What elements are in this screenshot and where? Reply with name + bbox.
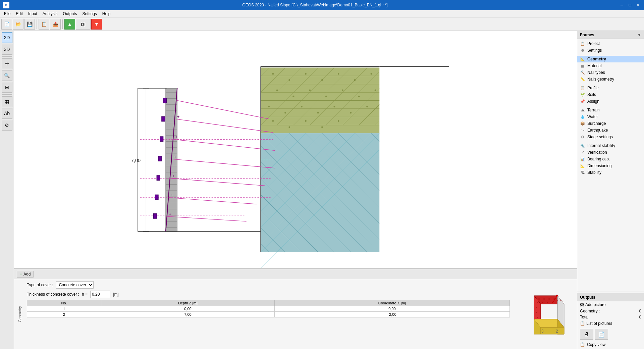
app-icon: G [3, 2, 9, 8]
toolbar: 📄 📂 💾 📋 📤 ▲ [1] ▼ [0, 17, 644, 31]
frame-item-water[interactable]: 💧Water [577, 113, 644, 120]
frame-label-water: Water [587, 114, 598, 119]
frame-item-material[interactable]: ▦Material [577, 62, 644, 69]
outputs-header: Outputs [577, 293, 644, 301]
bottom-toolbar: + Add [14, 269, 577, 279]
zoom-tool-button[interactable]: 🔍 [2, 70, 12, 81]
frame-icon-water: 💧 [580, 115, 585, 119]
h-value-input[interactable] [90, 291, 110, 298]
pdf-button[interactable]: 📄 [595, 329, 608, 340]
frame-item-terrain[interactable]: ⛰Terrain [577, 107, 644, 113]
minimize-button[interactable]: ─ [619, 2, 625, 8]
toolbar-separator-1 [37, 19, 37, 29]
menu-outputs[interactable]: Outputs [60, 11, 79, 17]
list-of-pictures-row: 📋 List of pictures [577, 320, 644, 327]
text-tool-button[interactable]: Āb [2, 108, 12, 119]
type-of-cover-label: Type of cover : [27, 283, 53, 287]
print-button[interactable]: 🖨 [580, 329, 593, 340]
stage-up-button[interactable]: ▲ [64, 19, 75, 30]
menu-analysis[interactable]: Analysis [40, 11, 60, 17]
thickness-label: Thickness of concrete cover : [27, 292, 79, 297]
copy-button[interactable]: 📋 [39, 19, 49, 30]
frame-item-verification[interactable]: ✓Verification [577, 149, 644, 156]
frame-item-bearing-cap[interactable]: 📊Bearing cap. [577, 156, 644, 162]
open-button[interactable]: 📂 [13, 19, 23, 30]
stage-label-button[interactable]: [1] [76, 19, 91, 30]
frame-item-stage-settings[interactable]: ⚙Stage settings [577, 134, 644, 140]
frame-item-earthquake[interactable]: 〰Earthquake [577, 127, 644, 134]
view-2d-button[interactable]: 2D [2, 32, 12, 43]
maximize-button[interactable]: □ [627, 2, 633, 8]
geometry-table: No. Depth Z [m] Coordinate X [m] 10,000,… [27, 300, 510, 317]
list-icon: 📋 [580, 321, 585, 326]
menu-edit[interactable]: Edit [13, 11, 25, 17]
main-layout: 2D 3D ✛ 🔍 ⊞ ▦ Āb ⚙ [0, 31, 644, 349]
geometry-output-value: 0 [639, 309, 641, 313]
menu-input[interactable]: Input [25, 11, 40, 17]
svg-point-21 [272, 73, 274, 75]
settings-tool-button[interactable]: ⚙ [2, 120, 12, 131]
left-sidebar: 2D 3D ✛ 🔍 ⊞ ▦ Āb ⚙ [0, 31, 14, 349]
svg-point-31 [325, 96, 327, 97]
titlebar: G GEOS 2020 - Nailed Slope [C:\_Stahovat… [0, 0, 644, 10]
unit-label: [m] [113, 292, 119, 297]
svg-point-152 [557, 300, 558, 301]
stage-down-button[interactable]: ▼ [91, 19, 102, 30]
save-button[interactable]: 💾 [24, 19, 35, 30]
svg-point-144 [538, 298, 540, 300]
svg-point-27 [370, 73, 372, 75]
frame-item-stability[interactable]: 🏗Stability [577, 169, 644, 176]
svg-point-33 [358, 96, 360, 97]
total-output-value: 0 [639, 315, 641, 319]
table-row[interactable]: 27,00-2,00 [27, 312, 510, 317]
frame-item-profile[interactable]: 📋Profile [577, 85, 644, 91]
export-button[interactable]: 📤 [50, 19, 61, 30]
view-3d-button[interactable]: 3D [2, 44, 12, 55]
svg-text:+: + [171, 193, 173, 198]
frame-item-project[interactable]: 📋Project [577, 40, 644, 47]
select-tool-button[interactable]: ⊞ [2, 82, 12, 93]
frame-item-internal-stability[interactable]: 🔩Internal stability [577, 142, 644, 149]
frame-item-dimensioning[interactable]: 📐Dimensioning [577, 162, 644, 169]
copy-view-row[interactable]: 📋 Copy view [577, 342, 644, 348]
svg-point-28 [276, 90, 278, 91]
frame-label-project: Project [587, 41, 600, 46]
frame-icon-nails-geometry: 📏 [580, 77, 585, 82]
frame-item-nail-types[interactable]: 🔨Nail types [577, 69, 644, 76]
close-button[interactable]: ✕ [635, 2, 641, 8]
frame-icon-stage-settings: ⚙ [580, 135, 585, 139]
frame-item-assign[interactable]: 📌Assign [577, 98, 644, 105]
frame-item-geometry[interactable]: 📐Geometry [577, 56, 644, 62]
frames-list: 📋Project⚙Settings📐Geometry▦Material🔨Nail… [577, 39, 644, 292]
frame-icon-bearing-cap: 📊 [580, 157, 585, 161]
menu-settings[interactable]: Settings [79, 11, 99, 17]
frame-icon-verification: ✓ [580, 150, 585, 155]
list-of-pictures-button[interactable]: 📋 List of pictures [580, 321, 612, 326]
svg-point-30 [309, 90, 311, 91]
print-buttons-row: 🖨 📄 [577, 327, 644, 342]
move-tool-button[interactable]: ✛ [2, 58, 12, 69]
add-button[interactable]: + Add [17, 271, 34, 278]
main-canvas: + + + + + + + [14, 31, 577, 268]
frame-item-settings[interactable]: ⚙Settings [577, 47, 644, 54]
window-controls: ─ □ ✕ [619, 2, 641, 8]
svg-point-148 [537, 302, 538, 303]
frame-label-stage-settings: Stage settings [587, 135, 613, 139]
frame-label-stability: Stability [587, 170, 601, 175]
frame-icon-settings: ⚙ [580, 48, 585, 53]
frames-collapse-button[interactable]: ▼ [637, 33, 641, 37]
add-picture-button[interactable]: 🖼 Add picture [580, 302, 606, 307]
new-button[interactable]: 📄 [1, 19, 12, 30]
frame-label-internal-stability: Internal stability [587, 143, 615, 148]
frame-item-soils[interactable]: 🌱Soils [577, 91, 644, 98]
table-row[interactable]: 10,000,00 [27, 306, 510, 312]
menu-file[interactable]: File [1, 11, 13, 17]
model-3d-view: 3 2 [514, 281, 574, 347]
table-view-button[interactable]: ▦ [2, 96, 12, 107]
svg-text:+: + [179, 96, 181, 101]
frame-item-surcharge[interactable]: 📦Surcharge [577, 120, 644, 127]
menu-help[interactable]: Help [100, 11, 113, 17]
type-of-cover-row: Type of cover : Concrete cover [27, 281, 510, 289]
cover-type-select[interactable]: Concrete cover [56, 281, 94, 289]
frame-item-nails-geometry[interactable]: 📏Nails geometry [577, 76, 644, 83]
